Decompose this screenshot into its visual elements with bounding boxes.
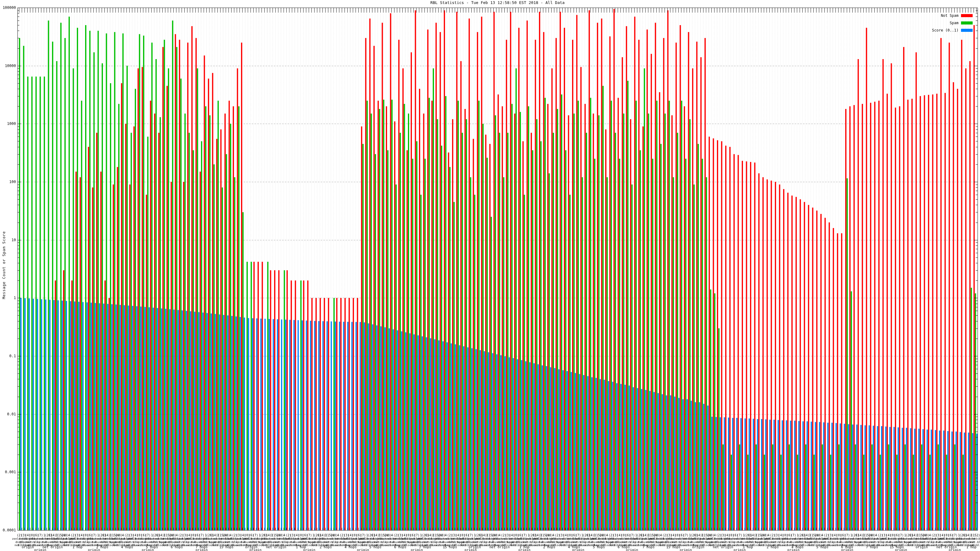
y-tick-label: 1 [0,296,16,300]
legend-swatch-spam [961,21,973,24]
chart-title: RBL Statistics - Tue Feb 13 12:58:50 EST… [18,0,978,5]
legend-label-not-spam: Not Spam [941,13,959,18]
y-tick-label: 0.01 [0,412,16,416]
y-tick-label: 10000 [0,64,16,68]
y-axis-label-wrap: Message Count or Spam Score [2,0,6,530]
y-tick-label: 100 [0,180,16,184]
legend-row-score: Score (0..1) [932,28,973,32]
y-tick-label: 100000 [0,5,16,10]
y-tick-label: 0.001 [0,470,16,474]
chart-canvas [0,0,980,551]
legend-row-spam: Spam [950,21,973,25]
y-tick-label: 1000 [0,122,16,126]
legend-label-spam: Spam [950,21,959,25]
legend-row-not-spam: Not Spam [941,13,973,18]
legend-label-score: Score (0..1) [932,28,959,32]
y-tick-label: 0.1 [0,354,16,358]
y-tick-label: 0.0001 [0,528,16,532]
legend-swatch-score [961,29,973,32]
legend-swatch-not-spam [961,14,973,17]
legend: Not Spam Spam Score (0..1) [932,13,973,32]
rbl-statistics-chart: RBL Statistics - Tue Feb 13 12:58:50 EST… [0,0,980,551]
y-tick-label: 10 [0,238,16,242]
